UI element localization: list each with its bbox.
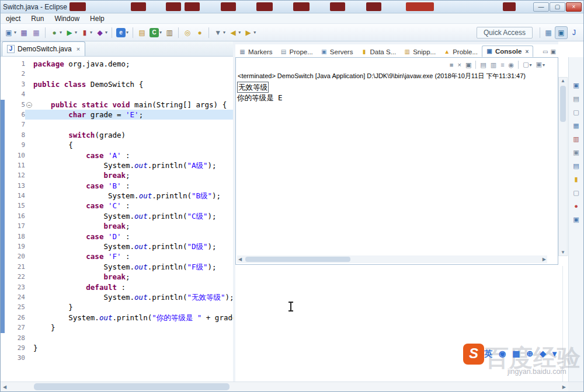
hand-tool-icon[interactable]: ◉: [499, 349, 506, 359]
internal-browser-button[interactable]: e▾: [115, 26, 130, 39]
clear-console-button[interactable]: ▤: [480, 61, 486, 69]
menu-item-oject[interactable]: oject: [1, 14, 26, 23]
minimized-view-icon-1[interactable]: ▤: [572, 94, 581, 103]
minimized-view-icon-8[interactable]: ●: [572, 201, 581, 211]
scrollbar-thumb[interactable]: [34, 383, 230, 390]
java-perspective-button[interactable]: J: [568, 26, 580, 39]
code-line[interactable]: 26 System.out.println("你的等级是 " + grade);: [1, 313, 233, 323]
new-button[interactable]: ▣▾: [3, 26, 18, 39]
menu-item-run[interactable]: Run: [26, 14, 49, 23]
code-line[interactable]: 28: [1, 333, 233, 343]
forward-button[interactable]: ▶▾: [242, 26, 257, 39]
code-line[interactable]: 8 switch(grade): [1, 130, 233, 140]
scrollbar-thumb[interactable]: [560, 86, 566, 122]
code-line[interactable]: 5− public static void main(String[] args…: [1, 100, 233, 110]
code-line[interactable]: 4: [1, 89, 233, 99]
tab-console[interactable]: ▣Console×: [482, 46, 533, 57]
pin-console-button[interactable]: ◉: [509, 61, 515, 69]
display-console-button[interactable]: ▢▾: [523, 60, 531, 69]
fold-collapse-icon[interactable]: −: [26, 102, 32, 108]
close-window-button[interactable]: ×: [566, 2, 582, 12]
code-line[interactable]: 22 break;: [1, 272, 233, 282]
code-line[interactable]: 19 System.out.println("D级");: [1, 242, 233, 251]
new-class-button[interactable]: C▾: [148, 26, 163, 39]
minimized-view-icon-4[interactable]: ▥: [572, 134, 581, 144]
editor-horizontal-scrollbar[interactable]: ◀ ▶: [1, 382, 568, 391]
input-language-icon[interactable]: 英: [484, 349, 492, 359]
code-line[interactable]: 10 case 'A' :: [1, 150, 233, 160]
code-line[interactable]: 13 case 'B' :: [1, 181, 233, 191]
console-output[interactable]: 无效等级 你的等级是 E: [236, 80, 558, 104]
scrollbar-thumb[interactable]: [245, 257, 350, 262]
code-line[interactable]: 21 System.out.println("F级");: [1, 262, 233, 272]
terminate-button[interactable]: ■: [450, 61, 454, 69]
tab-servers[interactable]: ▣Servers: [317, 47, 357, 57]
tool-icon[interactable]: ◆: [540, 349, 546, 359]
tab-data-source[interactable]: ▮Data S...: [357, 47, 400, 57]
code-line[interactable]: 18 case 'D' :: [1, 232, 233, 242]
close-tab-icon[interactable]: ×: [77, 46, 80, 52]
word-wrap-button[interactable]: ≡: [500, 61, 504, 69]
minimized-view-icon-7[interactable]: ▢: [572, 188, 581, 197]
new-package-button[interactable]: ▥: [164, 26, 175, 39]
code-line[interactable]: 27 }: [1, 323, 233, 332]
code-line[interactable]: 11 System.out.println("A级");: [1, 160, 233, 170]
scroll-left-icon[interactable]: ◀: [3, 384, 6, 390]
minimized-view-icon-9[interactable]: ▣: [572, 215, 581, 224]
scroll-down-icon[interactable]: ▼: [559, 250, 567, 255]
scroll-up-icon[interactable]: ▲: [559, 78, 567, 83]
minimized-view-icon-5[interactable]: ▣: [572, 148, 581, 157]
ime-settings-icon[interactable]: ⊕: [526, 349, 533, 359]
minimize-window-button[interactable]: —: [533, 2, 549, 12]
scroll-lock-button[interactable]: ▥: [491, 61, 496, 69]
open-type-button[interactable]: ◎: [182, 26, 193, 39]
back-button[interactable]: ◀▾: [227, 26, 242, 39]
menu-item-window[interactable]: Window: [49, 14, 85, 23]
tab-properties[interactable]: ▤Prope...: [277, 47, 317, 57]
open-console-button[interactable]: ▣▾: [536, 60, 545, 69]
code-line[interactable]: 6 char grade = 'E';: [1, 110, 233, 120]
quick-access-button[interactable]: Quick Access: [477, 27, 533, 38]
code-line[interactable]: 3public class DemoSwitch {: [1, 79, 233, 89]
new-java-project-button[interactable]: ▤: [136, 26, 148, 39]
debug-button[interactable]: ●▾: [48, 26, 63, 39]
code-line[interactable]: 9 {: [1, 140, 233, 150]
last-edit-location-button[interactable]: ▼▾: [212, 26, 227, 39]
restore-view-icon[interactable]: ▣: [572, 80, 581, 90]
code-line[interactable]: 16 System.out.println("C级");: [1, 211, 233, 221]
open-perspective-button[interactable]: ▦: [543, 26, 554, 39]
remove-launch-button[interactable]: ×: [457, 61, 461, 69]
code-line[interactable]: 29}: [1, 343, 233, 353]
code-line[interactable]: 24 System.out.println("无效等级");: [1, 292, 233, 302]
minimize-view-icon[interactable]: ▭: [543, 48, 548, 55]
code-line[interactable]: 15 case 'C' :: [1, 201, 233, 211]
close-tab-icon[interactable]: ×: [525, 48, 529, 55]
save-all-button[interactable]: ▦: [30, 26, 42, 39]
save-button[interactable]: ▦: [18, 26, 30, 39]
code-line[interactable]: 14 System.out.println("B级");: [1, 191, 233, 201]
scroll-right-icon[interactable]: ▶: [562, 384, 566, 390]
run-button[interactable]: ▶▾: [64, 26, 78, 39]
scroll-left-icon[interactable]: ◀: [238, 257, 242, 262]
code-line[interactable]: 1package org.java.demo;: [1, 59, 233, 69]
scroll-right-icon[interactable]: ▶: [543, 257, 546, 262]
minimized-view-icon-3[interactable]: ▦: [572, 121, 581, 130]
code-area[interactable]: 1package org.java.demo;23public class De…: [1, 57, 233, 382]
console-horizontal-scrollbar[interactable]: ◀ ▶: [237, 256, 547, 263]
code-line[interactable]: 20 case 'F' :: [1, 251, 233, 261]
options-caret-icon[interactable]: ▾: [552, 349, 557, 359]
code-line[interactable]: 7: [1, 120, 233, 130]
code-line[interactable]: 2: [1, 69, 233, 79]
maximize-view-icon[interactable]: ▣: [551, 48, 556, 55]
editor-tab-demoswitch[interactable]: J DemoSwitch.java ×: [2, 41, 85, 56]
minimized-data-source-icon[interactable]: ▮: [572, 174, 581, 184]
minimized-view-icon-2[interactable]: ▢: [572, 107, 581, 117]
code-line[interactable]: 17 break;: [1, 221, 233, 231]
code-line[interactable]: 23 default :: [1, 282, 233, 292]
code-line[interactable]: 30: [1, 353, 233, 363]
external-tools-button[interactable]: ◆▾: [94, 26, 109, 39]
tab-markers[interactable]: ▦Markers: [235, 47, 277, 57]
code-line[interactable]: 12 break;: [1, 170, 233, 180]
tab-snippets[interactable]: ▥Snipp...: [400, 47, 440, 57]
maximize-window-button[interactable]: ▢: [550, 2, 565, 12]
